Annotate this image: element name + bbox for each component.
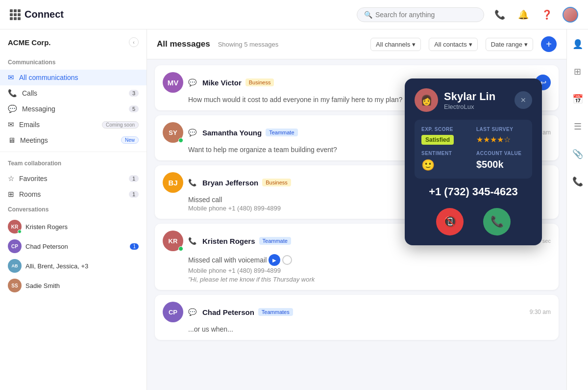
satisfaction-badge: Satisfied bbox=[421, 135, 454, 145]
msg-tag-chad: Teammates bbox=[258, 308, 293, 316]
team-collaboration-label: Team collaboration bbox=[0, 156, 147, 171]
rail-phone-icon[interactable]: 📞 bbox=[569, 173, 587, 190]
messages-title: All messages bbox=[157, 39, 210, 49]
topbar-icons: 📞 🔔 ❓ bbox=[492, 7, 578, 23]
conv-item-group[interactable]: AB Alli, Brent, Jessica, +3 bbox=[0, 256, 147, 276]
msg-quote-kristen: "Hi, please let me know if this Thursday… bbox=[163, 276, 551, 283]
sidebar-item-rooms[interactable]: ⊞ Rooms 1 bbox=[0, 186, 147, 202]
messages-count: Showing 5 messages bbox=[218, 41, 279, 48]
meetings-icon: 🖥 bbox=[8, 136, 15, 144]
exp-score-label: EXP. SCORE bbox=[421, 127, 470, 132]
msg-type-icon-kristen: 📞 bbox=[188, 237, 196, 245]
sidebar-item-messaging[interactable]: 💬 Messaging 5 bbox=[0, 101, 147, 117]
search-input[interactable] bbox=[375, 11, 477, 19]
brand: Connect bbox=[10, 9, 64, 20]
topbar: Connect 🔍 📞 🔔 ❓ bbox=[0, 0, 588, 29]
filter-contacts[interactable]: All contacts ▾ bbox=[429, 38, 477, 51]
conv-item-chad[interactable]: CP Chad Peterson 1 bbox=[0, 236, 147, 256]
msg-type-icon-samantha: 💬 bbox=[188, 129, 196, 136]
play-button[interactable]: ▶ bbox=[269, 254, 280, 266]
emails-pill: Coming soon bbox=[102, 121, 139, 129]
app-container: Connect 🔍 📞 🔔 ❓ ACME Corp. ‹ Communicati… bbox=[0, 0, 588, 390]
call-stats-panel: EXP. SCORE Satisfied LAST SURVEY ★★★★☆ S… bbox=[415, 120, 532, 179]
contacts-chevron: ▾ bbox=[469, 41, 472, 48]
sidebar-item-calls[interactable]: 📞 Calls 3 bbox=[0, 85, 147, 101]
account-value-label: ACCOUNT VALUE bbox=[476, 151, 525, 156]
last-survey-label: LAST SURVEY bbox=[476, 127, 525, 132]
message-chad-peterson[interactable]: CP 💬 Chad Peterson Teammates 9:30 am ...… bbox=[155, 295, 559, 340]
incoming-call-card: 👩 Skylar Lin ElectroLux ✕ EXP. SCORE Sat… bbox=[405, 78, 542, 245]
rail-list-icon[interactable]: ☰ bbox=[569, 118, 587, 135]
msg-tag-samantha: Teammate bbox=[266, 129, 297, 136]
user-avatar[interactable] bbox=[563, 7, 578, 23]
bell-icon[interactable]: 🔔 bbox=[515, 7, 531, 23]
sentiment-label: SENTIMENT bbox=[421, 151, 470, 156]
contacts-filter-label: All contacts bbox=[434, 41, 466, 48]
messaging-badge: 5 bbox=[129, 105, 139, 112]
accept-call-button[interactable]: 📞 bbox=[483, 208, 511, 235]
sidebar-emails-label: Emails bbox=[19, 121, 95, 129]
call-contact-name: Skylar Lin bbox=[444, 90, 495, 103]
last-survey-section: LAST SURVEY ★★★★☆ bbox=[476, 127, 525, 145]
star-rating: ★★★★☆ bbox=[476, 135, 525, 144]
msg-body-kristen: Missed call with voicemail ▶ bbox=[163, 254, 551, 266]
date-filter-label: Date range bbox=[491, 41, 522, 48]
calls-badge: 3 bbox=[129, 90, 139, 97]
conv-name-chad: Chad Peterson bbox=[25, 243, 126, 250]
rail-calendar-icon[interactable]: 📅 bbox=[569, 90, 587, 108]
msg-info-chad: 💬 Chad Peterson Teammates bbox=[188, 308, 525, 316]
msg-name-kristen: Kristen Rogers bbox=[202, 237, 255, 245]
sidebar-item-emails[interactable]: ✉ Emails Coming soon bbox=[0, 117, 147, 132]
call-avatar: 👩 bbox=[415, 88, 438, 112]
filter-channels[interactable]: All channels ▾ bbox=[370, 38, 421, 51]
favorites-badge: 1 bbox=[129, 175, 139, 182]
channels-filter-label: All channels bbox=[376, 41, 410, 48]
rooms-icon: ⊞ bbox=[8, 190, 14, 199]
channels-chevron: ▾ bbox=[412, 41, 416, 48]
conv-avatar-sadie: SS bbox=[8, 279, 22, 292]
rail-attachment-icon[interactable]: 📎 bbox=[569, 145, 587, 163]
sidebar-calls-label: Calls bbox=[22, 89, 124, 97]
sidebar: ACME Corp. ‹ Communications ✉ All commun… bbox=[0, 29, 147, 390]
sidebar-item-meetings[interactable]: 🖥 Meetings New bbox=[0, 132, 147, 148]
content-area: All messages Showing 5 messages All chan… bbox=[147, 29, 566, 390]
conv-name-kristen: Kristen Rogers bbox=[25, 223, 139, 231]
call-action-buttons: 📵 📞 bbox=[415, 208, 532, 235]
conv-item-kristen[interactable]: KR Kristen Rogers bbox=[0, 217, 147, 236]
calls-icon: 📞 bbox=[8, 89, 17, 98]
msg-type-icon-bryan: 📞 bbox=[188, 179, 196, 186]
collapse-button[interactable]: ‹ bbox=[129, 37, 139, 47]
decline-call-button[interactable]: 📵 bbox=[436, 208, 464, 235]
help-icon[interactable]: ❓ bbox=[539, 7, 555, 23]
search-box[interactable]: 🔍 bbox=[357, 7, 484, 22]
msg-name-samantha: Samantha Young bbox=[202, 129, 262, 137]
msg-time-chad: 9:30 am bbox=[530, 309, 551, 315]
date-chevron: ▾ bbox=[524, 41, 528, 48]
rail-table-icon[interactable]: ⊞ bbox=[569, 63, 587, 80]
sidebar-item-favorites[interactable]: ☆ Favorites 1 bbox=[0, 171, 147, 186]
msg-tag-mike: Business bbox=[245, 78, 274, 86]
conv-name-group: Alli, Brent, Jessica, +3 bbox=[25, 262, 139, 270]
msg-avatar-samantha: SY bbox=[163, 122, 183, 143]
msg-name-chad: Chad Peterson bbox=[202, 308, 254, 316]
call-contact-info: Skylar Lin ElectroLux bbox=[444, 90, 495, 110]
sidebar-item-all-comms[interactable]: ✉ All communications bbox=[0, 70, 147, 85]
radio-select[interactable] bbox=[282, 255, 292, 265]
conv-item-sadie[interactable]: SS Sadie Smith bbox=[0, 276, 147, 295]
search-icon: 🔍 bbox=[364, 11, 372, 19]
conv-avatar-group: AB bbox=[8, 259, 22, 273]
rooms-label: Rooms bbox=[19, 190, 124, 198]
communications-label: Communications bbox=[0, 55, 147, 70]
filter-date[interactable]: Date range ▾ bbox=[486, 38, 533, 51]
rail-contact-icon[interactable]: 👤 bbox=[569, 35, 587, 53]
sentiment-emoji: 🙂 bbox=[421, 159, 470, 172]
inbox-icon: ✉ bbox=[8, 73, 14, 82]
conv-avatar-kristen: KR bbox=[8, 220, 22, 234]
dismiss-call-button[interactable]: ✕ bbox=[514, 91, 532, 109]
add-button[interactable]: + bbox=[541, 36, 557, 52]
grid-icon bbox=[10, 9, 21, 20]
favorites-label: Favorites bbox=[19, 175, 124, 182]
msg-avatar-kristen: KR bbox=[163, 231, 183, 251]
phone-topbar-icon[interactable]: 📞 bbox=[492, 7, 508, 23]
conversations-label: Conversations bbox=[0, 202, 147, 217]
